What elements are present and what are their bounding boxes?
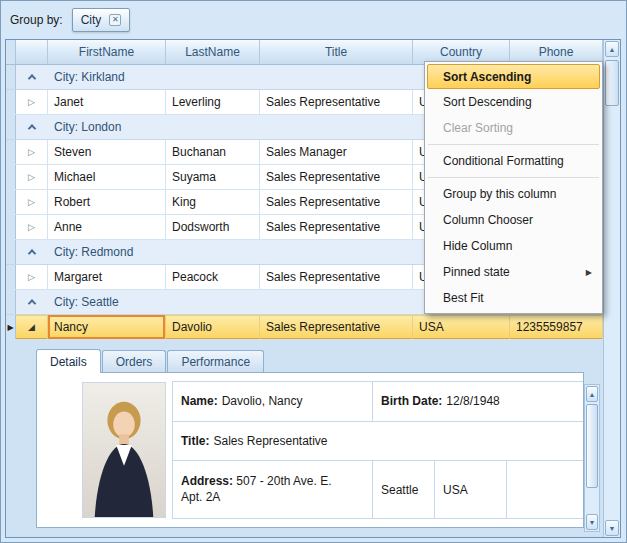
group-label: City: Kirkland bbox=[48, 65, 125, 89]
row-indicator bbox=[6, 165, 16, 189]
cell-title[interactable]: Sales Representative bbox=[260, 190, 413, 214]
menu-item-label: Best Fit bbox=[443, 291, 484, 305]
expand-detail-icon: ▷ bbox=[28, 197, 35, 207]
grid-scroll-thumb[interactable] bbox=[605, 60, 619, 106]
expand-detail-icon: ▷ bbox=[28, 147, 35, 157]
menu-item-conditional-formatting[interactable]: Conditional Formatting bbox=[427, 148, 600, 174]
group-by-panel: Group by: City ✕ bbox=[1, 1, 626, 39]
menu-item-group-by-this-column[interactable]: Group by this column bbox=[427, 181, 600, 207]
cell-title[interactable]: Sales Representative bbox=[260, 165, 413, 189]
chevron-up-icon bbox=[28, 249, 36, 257]
row-indicator bbox=[6, 190, 16, 214]
country-value: USA bbox=[443, 483, 468, 497]
cell-phone[interactable]: 1235559857 bbox=[510, 315, 603, 339]
collapse-group-button[interactable] bbox=[16, 115, 48, 139]
detail-section: DetailsOrdersPerformance bbox=[6, 340, 603, 537]
name-label: Name: bbox=[181, 394, 218, 408]
submenu-arrow-icon: ▶ bbox=[586, 268, 592, 277]
cell-title[interactable]: Sales Representative bbox=[260, 215, 413, 239]
cell-lastname[interactable]: Peacock bbox=[166, 265, 260, 289]
cell-lastname[interactable]: Suyama bbox=[166, 165, 260, 189]
header-indicator-cell bbox=[6, 40, 16, 64]
menu-item-hide-column[interactable]: Hide Column bbox=[427, 233, 600, 259]
expand-detail-button[interactable]: ▷ bbox=[16, 190, 48, 214]
cell-lastname[interactable]: King bbox=[166, 190, 260, 214]
expand-detail-button[interactable]: ◢ bbox=[16, 315, 48, 339]
column-header-lastname[interactable]: LastName bbox=[166, 40, 260, 64]
cell-firstname[interactable]: Margaret bbox=[48, 265, 166, 289]
cell-firstname[interactable]: Anne bbox=[48, 215, 166, 239]
field-name: Name: Davolio, Nancy bbox=[173, 382, 373, 421]
menu-item-label: Sort Ascending bbox=[443, 70, 531, 84]
expand-detail-icon: ▷ bbox=[28, 222, 35, 232]
cell-title[interactable]: Sales Representative bbox=[260, 90, 413, 114]
group-chip-city[interactable]: City ✕ bbox=[72, 8, 131, 32]
row-indicator: ▶ bbox=[6, 315, 16, 339]
menu-separator bbox=[428, 177, 599, 178]
cell-lastname[interactable]: Buchanan bbox=[166, 140, 260, 164]
detail-fields: Name: Davolio, Nancy Birth Date: 12/8/19… bbox=[172, 381, 583, 519]
cell-firstname[interactable]: Janet bbox=[48, 90, 166, 114]
group-label: City: Seattle bbox=[48, 290, 119, 314]
collapse-group-button[interactable] bbox=[16, 290, 48, 314]
cell-country[interactable]: USA bbox=[413, 315, 510, 339]
chevron-up-icon bbox=[28, 74, 36, 82]
row-indicator bbox=[6, 65, 16, 89]
field-country: USA bbox=[435, 461, 507, 518]
cell-lastname[interactable]: Dodsworth bbox=[166, 215, 260, 239]
detail-panel: Name: Davolio, Nancy Birth Date: 12/8/19… bbox=[36, 372, 584, 528]
cell-firstname[interactable]: Steven bbox=[48, 140, 166, 164]
detail-scrollbar[interactable]: ▲ ▼ bbox=[584, 384, 600, 532]
collapse-detail-icon: ◢ bbox=[28, 322, 35, 332]
cell-title[interactable]: Sales Manager bbox=[260, 140, 413, 164]
column-header-title[interactable]: Title bbox=[260, 40, 413, 64]
cell-title[interactable]: Sales Representative bbox=[260, 265, 413, 289]
field-birthdate: Birth Date: 12/8/1948 bbox=[373, 382, 583, 421]
menu-item-sort-descending[interactable]: Sort Descending bbox=[427, 89, 600, 115]
chevron-up-icon bbox=[28, 124, 36, 132]
column-header-firstname[interactable]: FirstName bbox=[48, 40, 166, 64]
birthdate-label: Birth Date: bbox=[381, 394, 442, 408]
row-indicator bbox=[6, 140, 16, 164]
field-row-address: Address: 507 - 20th Ave. E. Apt. 2A Seat… bbox=[173, 461, 583, 519]
expand-detail-button[interactable]: ▷ bbox=[16, 140, 48, 164]
detail-scroll-track[interactable] bbox=[585, 403, 599, 513]
expand-detail-button[interactable]: ▷ bbox=[16, 90, 48, 114]
tab-performance[interactable]: Performance bbox=[167, 350, 264, 372]
cell-lastname[interactable]: Davolio bbox=[166, 315, 260, 339]
menu-item-pinned-state[interactable]: Pinned state▶ bbox=[427, 259, 600, 285]
menu-item-sort-ascending[interactable]: Sort Ascending bbox=[427, 64, 600, 89]
grid-scroll-down-button[interactable]: ▼ bbox=[605, 520, 619, 536]
menu-item-label: Sort Descending bbox=[443, 95, 532, 109]
collapse-group-button[interactable] bbox=[16, 65, 48, 89]
employee-grid-window: { "group_panel": { "label": "Group by:",… bbox=[0, 0, 627, 543]
row-indicator bbox=[6, 265, 16, 289]
field-city: Seattle bbox=[373, 461, 435, 518]
grid-scrollbar[interactable]: ▲ ▼ bbox=[603, 40, 620, 537]
group-by-label: Group by: bbox=[10, 13, 63, 27]
row-indicator bbox=[6, 290, 16, 314]
row-indicator bbox=[6, 115, 16, 139]
cell-title[interactable]: Sales Representative bbox=[260, 315, 413, 339]
tab-details[interactable]: Details bbox=[36, 349, 101, 373]
data-row[interactable]: ▶◢NancyDavolioSales RepresentativeUSA123… bbox=[6, 315, 603, 340]
cell-firstname[interactable]: Michael bbox=[48, 165, 166, 189]
detail-scroll-up-button[interactable]: ▲ bbox=[586, 386, 598, 402]
title-value: Sales Representative bbox=[213, 434, 327, 448]
expand-detail-button[interactable]: ▷ bbox=[16, 165, 48, 189]
collapse-group-button[interactable] bbox=[16, 240, 48, 264]
menu-item-column-chooser[interactable]: Column Chooser bbox=[427, 207, 600, 233]
field-row-name: Name: Davolio, Nancy Birth Date: 12/8/19… bbox=[173, 382, 583, 422]
grid-scroll-track[interactable] bbox=[604, 58, 620, 519]
detail-scroll-down-button[interactable]: ▼ bbox=[586, 514, 598, 530]
cell-firstname[interactable]: Robert bbox=[48, 190, 166, 214]
tab-orders[interactable]: Orders bbox=[102, 350, 167, 372]
detail-scroll-thumb[interactable] bbox=[586, 404, 598, 488]
expand-detail-button[interactable]: ▷ bbox=[16, 265, 48, 289]
cell-lastname[interactable]: Leverling bbox=[166, 90, 260, 114]
grid-scroll-up-button[interactable]: ▲ bbox=[605, 41, 619, 57]
remove-group-icon[interactable]: ✕ bbox=[109, 14, 121, 26]
cell-firstname[interactable]: Nancy bbox=[48, 315, 166, 339]
expand-detail-button[interactable]: ▷ bbox=[16, 215, 48, 239]
menu-item-best-fit[interactable]: Best Fit bbox=[427, 285, 600, 311]
